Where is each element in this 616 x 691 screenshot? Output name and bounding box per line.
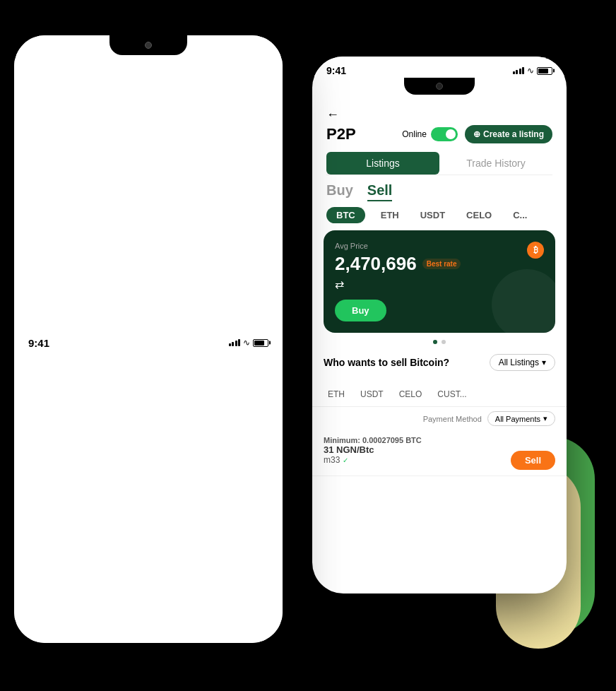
p2p-tabs: Listings Trade History: [326, 152, 552, 175]
crypto-tab2-cust[interactable]: CUST...: [433, 386, 470, 402]
notch-back: [312, 78, 567, 95]
signal-icon-front: [229, 339, 241, 346]
battery-icon: [537, 67, 552, 75]
create-listing-button[interactable]: ⊕ Create a listing: [465, 125, 552, 143]
tab-trade-history[interactable]: Trade History: [439, 152, 552, 175]
who-section: Who wants to sell Bitcoin? All Listings …: [312, 348, 567, 382]
who-title: Who wants to sell Bitcoin?: [324, 357, 449, 368]
status-icons-back: ∿: [513, 66, 553, 76]
phone-back: 9:41 ∿ ← P2P Online ⊕ Create a listing: [312, 57, 567, 593]
buy-sell-row: Buy Sell: [312, 175, 567, 201]
crypto-tabs-2: ETH USDT CELO CUST...: [312, 382, 567, 407]
chevron-down-icon-filter: ▾: [543, 414, 547, 423]
status-icons-front: ∿: [229, 338, 269, 348]
payment-method-label: Payment Method: [423, 415, 482, 423]
crypto-tabs: BTC ETH USDT CELO C...: [312, 201, 567, 223]
battery-icon-front: [253, 339, 268, 347]
all-payments-label: All Payments: [495, 415, 540, 423]
buy-label[interactable]: Buy: [326, 182, 353, 201]
all-listings-label: All Listings: [499, 358, 539, 367]
verified-badge: ✓: [343, 456, 348, 464]
listing-amount: Minimum: 0.00027095 BTC: [324, 436, 555, 444]
crypto-tab-btc[interactable]: BTC: [326, 207, 365, 223]
signal-icon: [513, 67, 525, 74]
who-row: Who wants to sell Bitcoin? All Listings …: [324, 354, 555, 371]
status-bar-front: 9:41 ∿: [14, 35, 283, 643]
status-time-front: 9:41: [28, 337, 49, 349]
camera-front: [145, 42, 152, 49]
plus-icon: ⊕: [473, 129, 480, 139]
status-bar-back: 9:41 ∿: [312, 57, 567, 76]
toggle-pill[interactable]: [431, 127, 458, 141]
crypto-tab-celo[interactable]: CELO: [461, 207, 497, 223]
camera-back: [436, 83, 443, 90]
crypto-tab-usdt[interactable]: USDT: [415, 207, 451, 223]
avg-price-label: Avg Price: [335, 242, 544, 250]
online-label: Online: [402, 129, 427, 139]
create-listing-label: Create a listing: [483, 129, 544, 139]
dot-1: [433, 340, 437, 344]
buy-button-card[interactable]: Buy: [335, 300, 386, 321]
listing-row: Minimum: 0.00027095 BTC 31 NGN/Btc m33 ✓…: [312, 430, 567, 476]
p2p-actions: Online ⊕ Create a listing: [402, 125, 552, 143]
tab-listings[interactable]: Listings: [326, 152, 439, 175]
filters-row: Payment Method All Payments ▾: [312, 407, 567, 430]
phone-front: 9:41 ∿ ← Sell Sell Crypto Transactions ₿…: [14, 35, 283, 643]
crypto-tab-more[interactable]: C...: [507, 207, 533, 223]
wifi-icon: ∿: [527, 66, 534, 76]
crypto-tab2-usdt[interactable]: USDT: [356, 386, 388, 402]
p2p-title: P2P: [326, 125, 356, 143]
price-card: ₿ Avg Price 2,470,696 Best rate ⇄ Buy: [324, 230, 555, 333]
all-payments-select[interactable]: All Payments ▾: [487, 411, 555, 426]
chevron-down-icon: ▾: [542, 358, 546, 367]
crypto-tab2-celo[interactable]: CELO: [395, 386, 427, 402]
card-pagination: [312, 340, 567, 344]
crypto-tab2-eth[interactable]: ETH: [324, 386, 349, 402]
best-rate-badge: Best rate: [422, 259, 461, 269]
sell-label[interactable]: Sell: [367, 182, 393, 201]
listing-sell-button[interactable]: Sell: [511, 451, 555, 470]
p2p-back-button[interactable]: ←: [326, 107, 339, 122]
online-toggle[interactable]: Online: [402, 127, 458, 141]
all-listings-button[interactable]: All Listings ▾: [490, 354, 555, 371]
wifi-icon-front: ∿: [243, 338, 250, 348]
coin-icon: ₿: [527, 242, 544, 259]
status-time-back: 9:41: [326, 65, 346, 76]
dot-2: [442, 340, 446, 344]
p2p-header: ←: [312, 100, 567, 122]
crypto-tab-eth[interactable]: ETH: [375, 207, 405, 223]
